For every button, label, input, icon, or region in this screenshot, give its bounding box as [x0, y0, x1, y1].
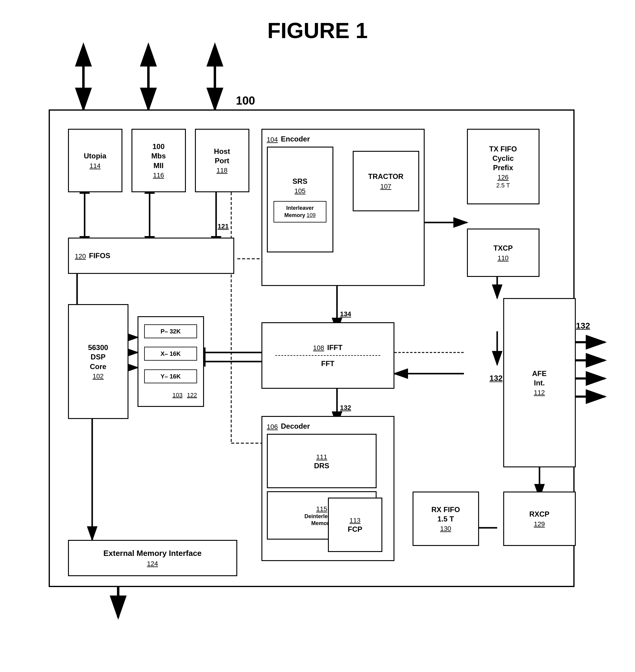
fcp-block: 113 FCP [328, 498, 382, 552]
ifft-fft-block: 108 IFFT FFT [261, 322, 394, 389]
page-title: FIGURE 1 [267, 18, 368, 43]
host-port-block: HostPort 118 [195, 129, 249, 192]
mbs-mii-block: 100MbsMII 116 [131, 129, 186, 192]
svg-text:121: 121 [218, 222, 229, 230]
encoder-block: 104 Encoder SRS 105 InterleaverMemory 10… [261, 129, 425, 286]
label-132: 132 [490, 374, 503, 383]
svg-text:132: 132 [340, 404, 351, 411]
tractor-block: TRACTOR 107 [353, 151, 419, 211]
tx-fifo-block: TX FIFOCyclicPrefix 126 2.5 T [467, 129, 540, 204]
ext-mem-block: External Memory Interface 124 [68, 540, 237, 576]
fifos-block: 120 FIFOS [68, 238, 234, 274]
svg-text:134: 134 [340, 310, 351, 318]
diagram-container: 100 [30, 55, 605, 629]
drs-block: 111 DRS [267, 434, 377, 488]
rx-fifo-block: RX FIFO1.5 T 130 [413, 492, 479, 546]
srs-block: SRS 105 InterleaverMemory 109 [267, 147, 333, 253]
main-system-box: 121 [49, 109, 574, 587]
label-132-right: 132 [576, 321, 590, 331]
rxcp-block: RXCP 129 [503, 492, 576, 546]
system-label: 100 [236, 94, 255, 107]
memory-banks-block: P– 32K X– 16K Y– 16K 103 122 [137, 316, 204, 407]
dsp-core-block: 56300DSPCore 102 [68, 304, 128, 419]
afe-int-block: AFEInt. 112 [503, 298, 576, 467]
txcp-block: TXCP 110 [467, 229, 540, 277]
utopia-block: Utopia 114 [68, 129, 123, 192]
